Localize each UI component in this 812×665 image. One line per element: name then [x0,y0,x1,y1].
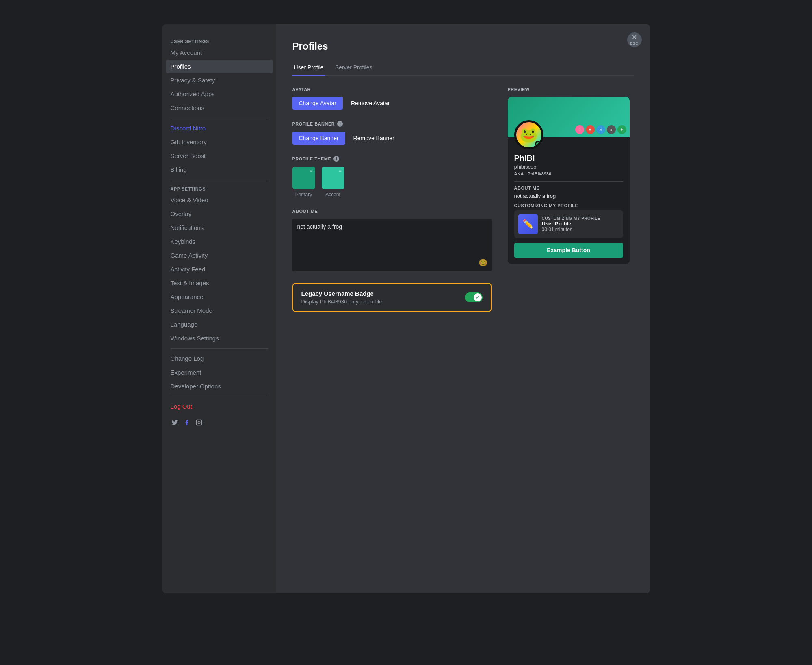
theme-section-row: PROFILE THEME i [292,156,492,162]
sidebar: USER SETTINGS My Account Profiles Privac… [162,24,276,593]
toggle-knob: ✓ [474,293,482,301]
customizing-title: CUSTOMIZING MY PROFILE [514,203,623,208]
sidebar-item-label: Appearance [171,293,204,300]
sidebar-item-windows-settings[interactable]: Windows Settings [166,331,273,345]
sidebar-item-label: My Account [171,49,202,56]
example-button[interactable]: Example Button [514,243,623,258]
sidebar-item-nitro[interactable]: Discord Nitro [166,121,273,135]
sidebar-item-server-boost[interactable]: Server Boost [166,149,273,162]
page-title: Profiles [292,41,634,52]
primary-swatch-container: ✏ Primary [292,167,315,197]
sidebar-item-label: Keybinds [171,238,196,245]
primary-swatch-label: Primary [295,192,312,197]
legacy-badge-title: Legacy Username Badge [301,290,383,297]
remove-avatar-button[interactable]: Remove Avatar [348,97,393,110]
sidebar-item-notifications[interactable]: Notifications [166,221,273,234]
sidebar-item-streamer-mode[interactable]: Streamer Mode [166,304,273,317]
sidebar-item-keybinds[interactable]: Keybinds [166,235,273,248]
sidebar-item-logout[interactable]: Log Out [166,400,273,413]
activity-thumbnail: ✏️ [518,214,538,234]
sidebar-item-label: Privacy & Safety [171,77,215,84]
sidebar-item-label: Authorized Apps [171,91,215,97]
sidebar-item-appearance[interactable]: Appearance [166,290,273,303]
profile-card: 🐸 ♡ ♥ ✕ ● ✦ [508,97,630,264]
activity-time: 00:01 minutes [542,227,601,232]
sidebar-item-profiles[interactable]: Profiles [166,60,273,73]
sidebar-item-developer-options[interactable]: Developer Options [166,379,273,393]
sidebar-item-label: Developer Options [171,383,221,390]
legacy-badge-info: Legacy Username Badge Display PhiBi#8936… [301,290,383,305]
profile-form: AVATAR Change Avatar Remove Avatar PROFI… [292,87,492,312]
accent-swatch-container: ✏ Accent [322,167,344,197]
legacy-badge-description: Display PhiBi#8936 on your profile. [301,299,383,305]
badge-cross: ✕ [596,125,605,134]
about-me-textarea[interactable] [297,223,487,264]
sidebar-item-label: Gift Inventory [171,139,207,145]
banner-button-row: Change Banner Remove Banner [292,132,492,145]
sidebar-item-privacy-safety[interactable]: Privacy & Safety [166,74,273,87]
banner-info-icon[interactable]: i [337,121,343,127]
about-me-wrapper: 😊 [292,219,492,271]
sidebar-item-language[interactable]: Language [166,318,273,331]
legacy-badge-card: Legacy Username Badge Display PhiBi#8936… [292,283,492,312]
primary-color-swatch[interactable]: ✏ [292,167,315,189]
sidebar-item-label: Overlay [171,210,192,217]
tab-user-profile[interactable]: User Profile [292,60,325,76]
sidebar-item-label: Server Boost [171,152,206,159]
esc-label: ESC [630,41,638,45]
theme-info-icon[interactable]: i [333,156,339,162]
close-button[interactable]: ✕ ESC [627,32,642,47]
sidebar-item-change-log[interactable]: Change Log [166,352,273,365]
sidebar-item-overlay[interactable]: Overlay [166,207,273,221]
banner-section-row: PROFILE BANNER i [292,121,492,127]
user-settings-label: USER SETTINGS [166,36,273,45]
check-icon: ✓ [476,295,480,300]
aka-label: AKA [514,171,524,176]
sidebar-item-activity-feed[interactable]: Activity Feed [166,262,273,276]
theme-section-header: PROFILE THEME [292,156,331,161]
sidebar-item-game-activity[interactable]: Game Activity [166,249,273,262]
sidebar-item-label: Notifications [171,224,204,231]
sidebar-divider-2 [171,180,268,180]
facebook-icon[interactable] [183,418,191,427]
twitter-icon[interactable] [171,418,179,427]
profile-display-name: PhiBi [514,154,623,163]
divider-1 [514,181,623,182]
sidebar-item-voice-video[interactable]: Voice & Video [166,193,273,207]
activity-label: CUSTOMIZING MY PROFILE [542,216,601,221]
sidebar-item-experiment[interactable]: Experiment [166,366,273,379]
app-settings-label: APP SETTINGS [166,183,273,193]
sidebar-item-gift-inventory[interactable]: Gift Inventory [166,135,273,149]
change-banner-button[interactable]: Change Banner [292,132,345,145]
sidebar-item-label: Windows Settings [171,335,219,342]
badge-pink: ♡ [575,125,584,134]
main-content: ✕ ESC Profiles User Profile Server Profi… [276,24,650,593]
sidebar-item-authorized-apps[interactable]: Authorized Apps [166,87,273,101]
preview-panel: PREVIEW 🐸 ♡ ♥ [508,87,634,312]
sidebar-item-my-account[interactable]: My Account [166,46,273,59]
accent-color-swatch[interactable]: ✏ [322,167,344,189]
avatar-emoji: 🐸 [520,128,538,142]
theme-swatches: ✏ Primary ✏ Accent [292,167,492,197]
sidebar-item-label: Billing [171,166,187,173]
change-avatar-button[interactable]: Change Avatar [292,97,343,110]
legacy-badge-toggle[interactable]: ✓ [465,292,483,302]
badge-red-heart: ♥ [586,125,595,134]
tab-server-profiles[interactable]: Server Profiles [333,60,374,76]
badge-circle: ● [607,125,616,134]
svg-rect-0 [196,420,201,425]
remove-banner-button[interactable]: Remove Banner [350,132,398,145]
about-me-card-title: ABOUT ME [514,186,623,191]
profile-aka: AKA PhiBi#8936 [514,171,623,176]
profile-badges: ♡ ♥ ✕ ● ✦ [575,125,626,134]
sidebar-item-connections[interactable]: Connections [166,101,273,115]
sidebar-item-label: Streamer Mode [171,307,212,314]
instagram-icon[interactable] [195,418,203,427]
sidebar-item-text-images[interactable]: Text & Images [166,276,273,290]
profile-card-banner: 🐸 ♡ ♥ ✕ ● ✦ [508,97,630,137]
sidebar-item-label: Connections [171,104,204,111]
emoji-button[interactable]: 😊 [479,258,487,267]
sidebar-item-billing[interactable]: Billing [166,163,273,176]
close-icon: ✕ [632,34,637,41]
profile-card-body: PhiBi phibiscool AKA PhiBi#8936 ABOUT ME… [508,137,630,264]
